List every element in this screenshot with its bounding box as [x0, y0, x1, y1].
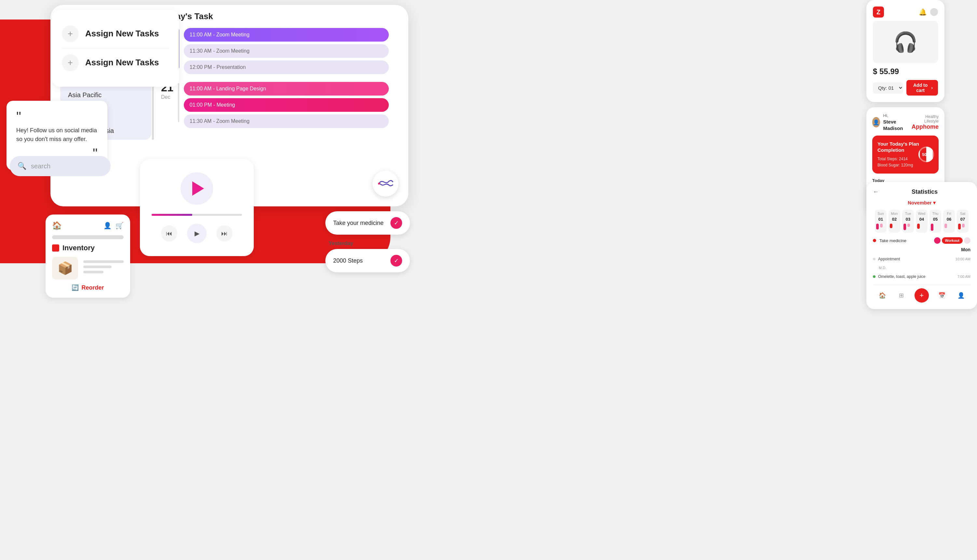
- stat-pills: Workout: [934, 237, 970, 244]
- url-bar: [52, 235, 124, 239]
- appointment-label: Appointment: [878, 257, 953, 261]
- doctor-label: M.D.: [873, 266, 970, 270]
- plus-icon-1[interactable]: +: [62, 25, 79, 42]
- yesterday-section-label: Yesterday: [329, 240, 407, 247]
- task-items-20: 11:00 AM - Zoom Meeting 11:30 AM - Zoom …: [184, 28, 389, 77]
- quote-open-icon: ": [16, 110, 98, 123]
- apphome-title: Apphome: [912, 123, 939, 130]
- take-medicine-text: Take your medicine: [333, 220, 385, 227]
- nav-person-button[interactable]: 👤: [955, 290, 967, 301]
- assign-task-item-2[interactable]: + Assign New Tasks: [62, 48, 169, 77]
- task-item-zoom-1130[interactable]: 11:30 AM - Zoom Meeting: [184, 44, 389, 58]
- inventory-product-image: 📦: [52, 257, 78, 280]
- health-plan-box: Your Today's Plan Completion Total Steps…: [872, 135, 939, 173]
- nav-add-button[interactable]: +: [915, 288, 929, 303]
- next-button[interactable]: ⏭: [216, 225, 233, 242]
- inventory-line-3: [83, 271, 104, 273]
- dotnet-icon: [377, 179, 394, 188]
- task-item-landing[interactable]: 11:00 AM - Landing Page Design: [184, 82, 389, 95]
- stats-header: ← Statistics: [873, 188, 970, 195]
- dropdown-arrow-icon[interactable]: ▾: [933, 200, 936, 205]
- mon-stats-label: Mon: [873, 247, 970, 252]
- day-mon: Mon 02: [888, 210, 900, 233]
- steps-pill[interactable]: 2000 Steps ✓: [325, 249, 410, 272]
- inventory-line-1: [83, 260, 124, 263]
- ecom-controls: Qty: 01 Qty: 02 Qty: 03 Add to cart ›: [873, 80, 938, 95]
- take-medicine-stat-row: Take medicine Workout: [873, 237, 970, 244]
- stats-bottom-nav: 🏠 ⊞ + 📅 👤: [873, 285, 970, 303]
- month-selector[interactable]: November ▾: [873, 200, 970, 206]
- product-price: $ 55.99: [873, 67, 938, 76]
- inventory-title: Inventory: [62, 244, 95, 252]
- music-player-card: ⏮ ▶ ⏭: [140, 159, 254, 256]
- assign-task-item-1[interactable]: + Assign New Tasks: [62, 20, 169, 48]
- reorder-button[interactable]: 🔄 Reorder: [72, 284, 104, 291]
- healthy-lifestyle-label: Healthy Lifestyle: [912, 114, 939, 123]
- day-fri: Fri 06: [943, 210, 955, 233]
- bell-icon[interactable]: 🔔: [919, 8, 927, 16]
- day-thu: Thu 05: [930, 210, 941, 233]
- take-medicine-check: ✓: [390, 217, 402, 229]
- play-triangle-icon: [192, 182, 204, 196]
- home-icon: 🏠: [52, 221, 62, 230]
- inventory-body: 📦: [52, 257, 124, 280]
- task-item-presentation[interactable]: 12:00 PM - Presentation: [184, 60, 389, 74]
- health-header: 👤 Hi, Steve Madison Healthy Lifestyle Ap…: [872, 113, 939, 132]
- nav-grid-button[interactable]: ⊞: [896, 290, 907, 301]
- stat-dot-medicine: [873, 239, 876, 242]
- steps-text: 2000 Steps: [333, 257, 385, 264]
- task-date-month-21: Dec: [161, 94, 173, 100]
- search-bar[interactable]: 🔍 search: [10, 156, 110, 176]
- assign-task-label-2: Assign New Tasks: [85, 58, 159, 68]
- person-icon[interactable]: 👤: [104, 222, 112, 230]
- inventory-header: 🏠 👤 🛒: [52, 221, 124, 230]
- plan-progress-circle: 50%: [918, 147, 934, 162]
- food-detail: Omelette, toast, apple juice: [878, 274, 955, 279]
- add-to-cart-button[interactable]: Add to cart ›: [907, 80, 938, 95]
- prev-button[interactable]: ⏮: [161, 225, 177, 242]
- food-dot: [873, 275, 875, 278]
- day-sun: Sun 01: [875, 210, 887, 233]
- inventory-line-2: [83, 265, 112, 268]
- pill-inactive: [964, 237, 970, 244]
- assign-tasks-panel: + Assign New Tasks + Assign New Tasks: [52, 10, 179, 87]
- inventory-card: 🏠 👤 🛒 Inventory 📦 🔄 Reorder: [45, 215, 130, 298]
- timeline-bar-21: [178, 83, 179, 122]
- statistics-card: ← Statistics November ▾ Sun 01 Mon 02 Tu…: [867, 182, 977, 309]
- nav-home-button[interactable]: 🏠: [877, 290, 888, 301]
- headphone-product-image: 🎧: [873, 21, 938, 63]
- take-medicine-stat-label: Take medicine: [879, 238, 931, 243]
- ecom-header-icons: 🔔: [919, 8, 938, 16]
- take-medicine-pill[interactable]: Take your medicine ✓: [325, 211, 410, 235]
- play-pause-button[interactable]: ▶: [187, 223, 207, 243]
- task-item-zoom-1100[interactable]: 11:00 AM - Zoom Meeting: [184, 28, 389, 42]
- task-item-zoom-1130-21[interactable]: 11:30 AM - Zoom Meeting: [184, 114, 389, 128]
- pill-workout: Workout: [942, 237, 963, 244]
- stats-back-button[interactable]: ←: [873, 188, 879, 195]
- nav-calendar-button[interactable]: 📅: [936, 290, 948, 301]
- svg-point-0: [378, 183, 380, 185]
- ecom-header: Z 🔔: [873, 7, 938, 18]
- cart-icon[interactable]: 🛒: [115, 222, 124, 230]
- search-placeholder[interactable]: search: [31, 163, 50, 170]
- day-tue: Tue 03: [902, 210, 914, 233]
- arrow-icon: ›: [931, 85, 933, 90]
- pill-active: [934, 237, 940, 244]
- qty-selector[interactable]: Qty: 01 Qty: 02 Qty: 03: [873, 82, 903, 93]
- avatar-circle: [930, 8, 938, 16]
- task-overlay-section: Take your medicine ✓ Yesterday 2000 Step…: [325, 208, 410, 278]
- task-item-meeting[interactable]: 01:00 PM - Meeting: [184, 98, 389, 112]
- steps-check: ✓: [390, 255, 402, 267]
- search-icon: 🔍: [18, 162, 26, 170]
- ecommerce-card: Z 🔔 🎧 $ 55.99 Qty: 01 Qty: 02 Qty: 03 Ad…: [867, 0, 944, 102]
- inventory-action-icons: 👤 🛒: [104, 222, 124, 230]
- appointment-row: Appointment 10:00 AM: [873, 255, 970, 263]
- progress-bar[interactable]: [152, 214, 242, 216]
- health-greeting: Hi, Steve Madison: [883, 113, 908, 132]
- inventory-lines: [83, 260, 124, 276]
- play-button-large[interactable]: [181, 172, 213, 205]
- music-controls: ⏮ ▶ ⏭: [152, 223, 242, 243]
- week-days: Sun 01 Mon 02 Tue 03 Wed 04 Thu 05 Fri 0…: [873, 210, 970, 233]
- day-sat: Sat 07: [957, 210, 969, 233]
- plus-icon-2[interactable]: +: [62, 54, 79, 71]
